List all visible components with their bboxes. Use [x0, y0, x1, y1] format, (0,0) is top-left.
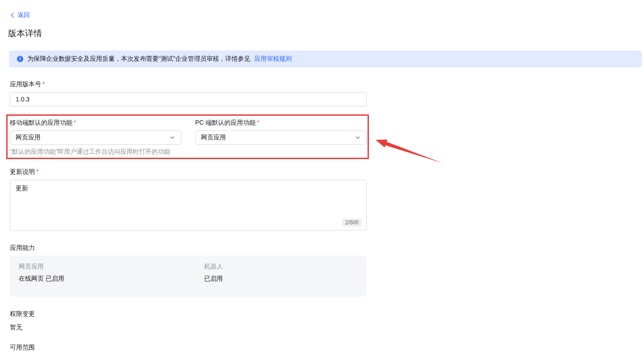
update-notes-label: 更新说明*	[10, 168, 38, 176]
pc-default-select[interactable]: 网页应用	[195, 130, 367, 145]
required-mark: *	[42, 80, 45, 88]
red-annotation-arrow	[371, 134, 449, 168]
mobile-default-select[interactable]: 网页应用	[10, 130, 181, 145]
update-notes-textarea[interactable]: 更新	[10, 180, 366, 230]
back-label: 返回	[17, 11, 30, 19]
capability-name: 机器人	[204, 263, 367, 271]
capability-item: 网页应用 在线网页 已启用	[19, 263, 204, 283]
required-mark: *	[257, 119, 259, 126]
mobile-default-value: 网页应用	[16, 134, 41, 142]
version-label: 应用版本号*	[10, 80, 45, 88]
page-title: 版本详情	[8, 28, 42, 39]
permission-change-value: 暂无	[10, 324, 22, 332]
chevron-left-icon	[10, 13, 15, 18]
pc-default-label: PC 端默认的应用功能*	[195, 119, 259, 127]
capabilities-title: 应用能力	[10, 244, 35, 252]
update-notes-box: 更新 2/500	[10, 180, 367, 231]
capabilities-box: 网页应用 在线网页 已启用 机器人 已启用	[10, 256, 367, 297]
default-capability-hint: “默认的应用功能”即用户通过工作台访问应用时打开的功能	[10, 148, 170, 156]
info-banner: i 为保障企业数据安全及应用质量，本次发布需要“测试”企业管理员审核，详情参见 …	[9, 50, 642, 67]
capability-name: 网页应用	[19, 263, 204, 271]
required-mark: *	[36, 168, 38, 175]
mobile-default-label: 移动端默认的应用功能*	[10, 119, 76, 127]
back-link[interactable]: 返回	[10, 11, 30, 19]
review-rules-link[interactable]: 应用审核规则	[254, 55, 292, 63]
char-counter: 2/500	[342, 219, 362, 227]
capability-status: 在线网页 已启用	[19, 275, 204, 283]
permission-change-label: 权限变更	[10, 310, 35, 318]
pc-default-value: 网页应用	[201, 134, 226, 142]
required-mark: *	[74, 119, 76, 126]
chevron-down-icon	[169, 134, 176, 141]
chevron-down-icon	[355, 134, 361, 141]
capability-item: 机器人 已启用	[204, 263, 367, 283]
capability-status: 已启用	[204, 275, 367, 283]
info-circle-icon: i	[17, 56, 23, 62]
banner-text: 为保障企业数据安全及应用质量，本次发布需要“测试”企业管理员审核，详情参见	[27, 55, 250, 63]
availability-label: 可用范围	[10, 344, 35, 352]
version-input[interactable]	[10, 92, 367, 106]
